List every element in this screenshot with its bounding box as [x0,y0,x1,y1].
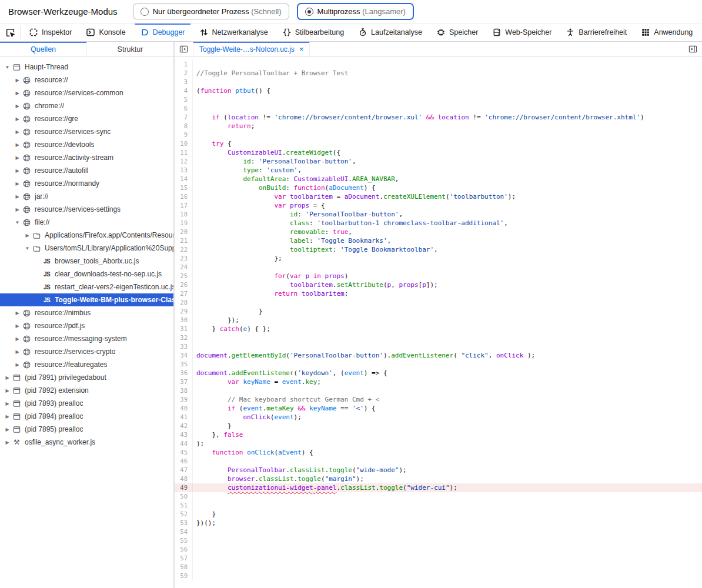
code-line[interactable]: 44); [175,439,702,448]
code-line[interactable]: 10 try { [175,139,702,148]
line-number[interactable]: 58 [175,563,193,572]
tab-storage[interactable]: Web-Speicher [487,24,557,41]
line-number[interactable]: 30 [175,316,193,325]
code-line[interactable]: 54 [175,527,702,536]
code-line[interactable]: 59 [175,572,702,580]
line-number[interactable]: 8 [175,122,193,131]
source-tree-item[interactable]: JSclear_downloads-test-no-sep.uc.js [0,268,173,280]
code-line[interactable]: 28 [175,298,702,307]
line-number[interactable]: 14 [175,175,193,183]
chevron-down-icon[interactable]: ▼ [4,65,11,70]
source-tree-item[interactable]: ▼Users/tomSL/Library/Application%20Suppo [0,242,173,255]
line-number[interactable]: 27 [175,289,193,298]
tab-application[interactable]: Anwendung [636,24,698,41]
code-line[interactable]: 40 if (event.metaKey && keyName == '<') … [175,404,702,413]
tab-accessibility[interactable]: Barrierefreiheit [560,24,632,41]
line-number[interactable]: 7 [175,113,193,122]
chevron-down-icon[interactable]: ▼ [14,220,21,225]
source-tree-item[interactable]: ▶resource://services-common [0,86,173,99]
code-line[interactable]: 22 tooltiptext: 'Toggle Bookmarktoolbar'… [175,245,702,254]
code-line[interactable]: 4(function ptbut() { [175,86,702,95]
code-line[interactable]: 46 [175,457,702,466]
tab-style[interactable]: Stilbearbeitung [277,24,349,41]
chevron-right-icon[interactable]: ▶ [14,362,21,368]
line-number[interactable]: 22 [175,245,193,254]
line-number[interactable]: 32 [175,333,193,342]
close-tab-icon[interactable]: × [299,45,304,54]
code-line[interactable]: 14 defaultArea: CustomizableUI.AREA_NAVB… [175,175,702,183]
chevron-right-icon[interactable]: ▶ [14,91,21,96]
line-number[interactable]: 16 [175,192,193,201]
code-line[interactable]: 53})(); [175,519,702,527]
chevron-right-icon[interactable]: ▶ [4,414,11,419]
source-tree-item[interactable]: ▶resource://featuregates [0,358,173,371]
source-tree-item[interactable]: ▶resource://messaging-system [0,332,173,345]
line-number[interactable]: 23 [175,254,193,263]
code-line[interactable]: 17 var props = { [175,201,702,210]
code-line[interactable]: 20 removable: true, [175,228,702,236]
line-number[interactable]: 25 [175,272,193,280]
line-number[interactable]: 46 [175,457,193,466]
line-number[interactable]: 28 [175,298,193,307]
code-line[interactable]: 5 [175,95,702,104]
tab-network[interactable]: Netzwerkanalyse [194,24,273,41]
code-line[interactable]: 2//Toggle PersonalToolbar + Browser Test [175,69,702,78]
code-line[interactable]: 27 return toolbaritem; [175,289,702,298]
source-tree-item[interactable]: ▶resource://nimbus [0,306,173,319]
code-line[interactable]: 50 [175,492,702,501]
chevron-right-icon[interactable]: ▶ [4,375,11,380]
panel-tab-quellen[interactable]: Quellen [0,42,86,56]
code-line[interactable]: 19 class: 'toolbarbutton-1 chromeclass-t… [175,219,702,228]
chevron-right-icon[interactable]: ▶ [14,155,21,161]
line-number[interactable]: 2 [175,69,193,78]
radio-icon[interactable] [141,8,149,16]
code-line[interactable]: 51 [175,501,702,510]
radio-icon[interactable] [305,8,313,16]
code-line[interactable]: 8 return; [175,122,702,131]
line-number[interactable]: 50 [175,492,193,501]
source-tree-item[interactable]: ▶(pid 7895) prealloc [0,423,173,436]
panel-tab-struktur[interactable]: Struktur [86,42,173,56]
pick-element-button[interactable] [0,24,20,41]
source-tree-item[interactable]: ▶resource:// [0,74,173,86]
code-line[interactable]: 21 label: 'Toggle Bookmarks', [175,236,702,245]
source-tree-item[interactable]: ▶resource://devtools [0,138,173,151]
expand-panel-button[interactable] [684,42,702,56]
tab-inspector[interactable]: Inspektor [24,24,77,41]
chevron-right-icon[interactable]: ▶ [4,427,11,432]
line-number[interactable]: 37 [175,377,193,386]
line-number[interactable]: 10 [175,139,193,148]
code-line[interactable]: 41 onClick(event); [175,413,702,422]
code-line[interactable]: 48 browser.classList.toggle("margin"); [175,475,702,483]
chevron-right-icon[interactable]: ▶ [14,181,21,186]
line-number[interactable]: 36 [175,369,193,377]
line-number[interactable]: 51 [175,501,193,510]
line-number[interactable]: 40 [175,404,193,413]
tab-memory[interactable]: Speicher [431,24,483,41]
line-number[interactable]: 20 [175,228,193,236]
code-line[interactable]: 29 } [175,307,702,316]
tab-debugger[interactable]: Debugger [135,24,190,41]
line-number[interactable]: 11 [175,148,193,157]
line-number[interactable]: 44 [175,439,193,448]
code-editor[interactable]: 12//Toggle PersonalToolbar + Browser Tes… [175,57,702,588]
source-tree-item[interactable]: ▶(pid 7894) prealloc [0,410,173,423]
code-line[interactable]: 23 }; [175,254,702,263]
chevron-right-icon[interactable]: ▶ [14,349,21,355]
source-tree-item[interactable]: ▶resource://normandy [0,177,173,190]
code-line[interactable]: 57 [175,554,702,563]
line-number[interactable]: 26 [175,280,193,289]
code-line[interactable]: 45 function onClick(aEvent) { [175,448,702,457]
code-line[interactable]: 43 }, false [175,430,702,439]
line-number[interactable]: 42 [175,422,193,430]
line-number[interactable]: 55 [175,536,193,545]
line-number[interactable]: 45 [175,448,193,457]
source-tree-item[interactable]: ▼Haupt-Thread [0,61,173,74]
chevron-right-icon[interactable]: ▶ [24,233,31,238]
code-line[interactable]: 34document.getElementById('PersonalToolb… [175,351,702,360]
source-tree-item[interactable]: JSToggle-Weite-BM-plus-browser-Class-N [0,293,173,306]
line-number[interactable]: 59 [175,572,193,580]
code-line[interactable]: 33 [175,342,702,351]
line-number[interactable]: 13 [175,166,193,175]
code-line[interactable]: 32 [175,333,702,342]
